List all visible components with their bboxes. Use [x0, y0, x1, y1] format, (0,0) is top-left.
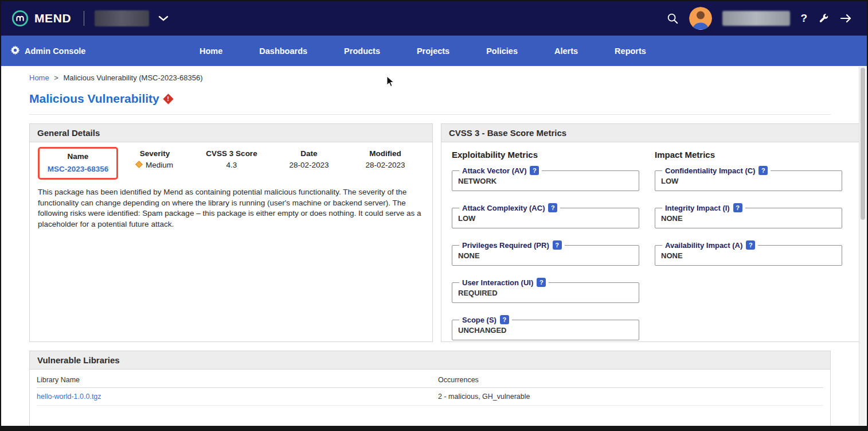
- date-column: Date 28-02-2023: [272, 147, 346, 169]
- metric-value: NETWORK: [458, 176, 633, 185]
- metric-scope: Scope (S)? UNCHANGED: [452, 315, 639, 340]
- metric-label: Confidentiality Impact (C): [665, 166, 755, 175]
- cvss-metrics-header: CVSS 3 - Base Score Metrics: [441, 124, 860, 142]
- admin-console-button[interactable]: Admin Console: [10, 45, 200, 57]
- app-window: MEND ?: [0, 0, 868, 431]
- metric-value: UNCHANGED: [458, 325, 633, 335]
- cvss-score-column: CVSS 3 Score 4.3: [191, 147, 272, 169]
- cvss-score-value: 4.3: [191, 161, 272, 169]
- metric-attack-complexity: Attack Complexity (AC)? LOW: [452, 203, 639, 228]
- exploitability-metrics-column: Exploitability Metrics Attack Vector (AV…: [452, 150, 647, 352]
- nav-item-reports[interactable]: Reports: [615, 46, 646, 56]
- help-icon[interactable]: ?: [733, 203, 742, 212]
- help-icon[interactable]: ?: [548, 203, 557, 212]
- metric-label: Scope (S): [462, 316, 496, 324]
- page-title: Malicious Vulnerability: [29, 92, 159, 106]
- metric-label: Attack Complexity (AC): [462, 204, 545, 212]
- breadcrumb-current: Malicious Vulnerability (MSC-2023-68356): [64, 73, 203, 82]
- redacted-organization-selector[interactable]: [95, 10, 149, 26]
- metric-label: Availability Impact (A): [665, 241, 742, 250]
- cvss-metrics-body: Exploitability Metrics Attack Vector (AV…: [441, 142, 860, 352]
- vulnerable-libraries-header: Vulnerable Libraries: [30, 351, 830, 370]
- scrollbar-thumb[interactable]: [861, 68, 865, 220]
- metric-privileges-required: Privileges Required (PR)? NONE: [452, 240, 639, 266]
- metric-label: Integrity Impact (I): [665, 204, 730, 212]
- nav-item-products[interactable]: Products: [344, 46, 380, 56]
- cvss-metrics-panel: CVSS 3 - Base Score Metrics Exploitabili…: [441, 123, 861, 342]
- nav-item-alerts[interactable]: Alerts: [554, 46, 578, 56]
- help-icon[interactable]: ?: [746, 240, 755, 250]
- metric-value: NONE: [661, 213, 836, 223]
- severity-column: Severity Medium: [118, 147, 191, 169]
- exploitability-heading: Exploitability Metrics: [452, 150, 647, 160]
- modified-column: Modified 28-02-2023: [346, 147, 424, 169]
- main-navbar: Admin Console Home Dashboards Products P…: [1, 36, 867, 66]
- column-header-library-name: Library Name: [37, 374, 438, 388]
- help-icon[interactable]: ?: [530, 166, 539, 175]
- column-header-severity: Severity: [118, 147, 191, 161]
- name-column: Name MSC-2023-68356: [38, 147, 118, 180]
- metric-value: LOW: [458, 213, 633, 223]
- topbar-right: ?: [666, 7, 853, 30]
- breadcrumb: Home > Malicious Vulnerability (MSC-2023…: [29, 73, 831, 82]
- metric-value: NONE: [458, 250, 633, 260]
- redacted-username: [722, 11, 790, 26]
- nav-item-projects[interactable]: Projects: [417, 46, 449, 56]
- library-name-cell: hello-world-1.0.0.tgz: [37, 388, 438, 406]
- metric-label: User Interaction (UI): [462, 278, 533, 287]
- metric-value: LOW: [661, 176, 836, 185]
- breadcrumb-home-link[interactable]: Home: [29, 73, 49, 82]
- help-icon[interactable]: ?: [537, 278, 546, 287]
- breadcrumb-separator: >: [54, 73, 58, 82]
- metric-confidentiality-impact: Confidentiality Impact (C)? LOW: [655, 166, 842, 191]
- wrench-icon[interactable]: [818, 13, 829, 24]
- column-header-modified: Modified: [346, 147, 424, 161]
- occurrences-cell: 2 - malicious, GH_vulnerable: [438, 388, 823, 406]
- malicious-alert-icon: !: [163, 94, 173, 104]
- help-icon-topbar[interactable]: ?: [800, 12, 807, 25]
- topbar-left: MEND: [11, 10, 169, 27]
- search-icon[interactable]: [666, 12, 679, 25]
- panels-row: General Details Name MSC-2023-68356 Seve…: [29, 123, 831, 342]
- vulnerability-description: This package has been identified by Mend…: [38, 187, 424, 230]
- gear-icon: [10, 45, 20, 57]
- vulnerability-id-link[interactable]: MSC-2023-68356: [48, 165, 109, 173]
- metric-availability-impact: Availability Impact (A)? NONE: [655, 240, 842, 266]
- library-link[interactable]: hello-world-1.0.0.tgz: [37, 393, 101, 401]
- column-header-name: Name: [45, 150, 111, 164]
- severity-text: Medium: [146, 161, 173, 169]
- date-value: 28-02-2023: [272, 161, 346, 169]
- vulnerable-libraries-panel: Vulnerable Libraries Library Name Occurr…: [29, 351, 831, 428]
- brand-name: MEND: [34, 11, 71, 25]
- chevron-down-icon[interactable]: [158, 15, 169, 21]
- metric-value: REQUIRED: [458, 288, 633, 297]
- nav-items: Home Dashboards Products Projects Polici…: [200, 46, 646, 56]
- vulnerable-libraries-body: Library Name Occurrences hello-world-1.0…: [30, 370, 830, 427]
- help-icon[interactable]: ?: [500, 315, 509, 324]
- topbar: MEND ?: [1, 1, 867, 36]
- column-header-occurrences: Occurrences: [438, 374, 823, 388]
- help-icon[interactable]: ?: [553, 240, 562, 250]
- general-details-panel: General Details Name MSC-2023-68356 Seve…: [29, 123, 433, 342]
- severity-medium-icon: [135, 161, 143, 168]
- general-details-table: Name MSC-2023-68356 Severity Medium CVSS…: [38, 147, 424, 180]
- impact-metrics-column: Impact Metrics Confidentiality Impact (C…: [655, 150, 850, 352]
- metric-attack-vector: Attack Vector (AV)? NETWORK: [452, 166, 639, 191]
- impact-heading: Impact Metrics: [655, 150, 850, 160]
- general-details-body: Name MSC-2023-68356 Severity Medium CVSS…: [30, 142, 432, 341]
- logout-arrow-icon[interactable]: [839, 13, 853, 24]
- nav-item-dashboards[interactable]: Dashboards: [259, 46, 307, 56]
- name-highlight-annotation: Name MSC-2023-68356: [38, 147, 118, 180]
- metric-user-interaction: User Interaction (UI)? REQUIRED: [452, 278, 639, 303]
- nav-item-home[interactable]: Home: [200, 46, 222, 56]
- vertical-scrollbar[interactable]: [859, 67, 866, 425]
- modified-value: 28-02-2023: [346, 161, 424, 169]
- metric-integrity-impact: Integrity Impact (I)? NONE: [655, 203, 842, 228]
- nav-item-policies[interactable]: Policies: [486, 46, 518, 56]
- column-header-date: Date: [272, 147, 346, 161]
- mend-logo-icon: [11, 10, 29, 27]
- avatar[interactable]: [689, 7, 712, 30]
- page-content: Home > Malicious Vulnerability (MSC-2023…: [1, 66, 867, 428]
- title-row: Malicious Vulnerability !: [29, 92, 831, 106]
- help-icon[interactable]: ?: [758, 166, 768, 175]
